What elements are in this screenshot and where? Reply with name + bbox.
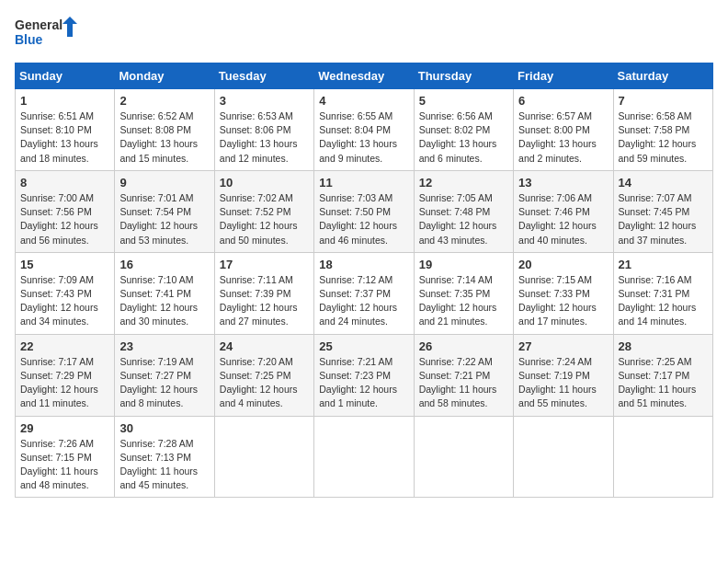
calendar-day-cell: 30Sunrise: 7:28 AMSunset: 7:13 PMDayligh… (115, 416, 214, 498)
day-info: Sunrise: 7:02 AMSunset: 7:52 PMDaylight:… (220, 192, 298, 246)
day-number: 7 (619, 94, 708, 108)
day-number: 21 (619, 258, 708, 271)
day-info: Sunrise: 7:15 AMSunset: 7:33 PMDaylight:… (518, 274, 597, 327)
calendar-day-cell: 16Sunrise: 7:10 AMSunset: 7:41 PMDayligh… (115, 252, 214, 334)
day-info: Sunrise: 7:16 AMSunset: 7:31 PMDaylight:… (619, 274, 697, 327)
calendar-day-cell (613, 416, 712, 498)
day-number: 28 (619, 339, 708, 353)
calendar-day-cell: 20Sunrise: 7:15 AMSunset: 7:33 PMDayligh… (514, 252, 613, 334)
calendar-day-cell: 9Sunrise: 7:01 AMSunset: 7:54 PMDaylight… (115, 170, 214, 252)
calendar-header-day: Monday (115, 63, 214, 89)
day-number: 12 (419, 176, 508, 190)
day-number: 2 (119, 94, 209, 108)
day-number: 23 (119, 339, 209, 353)
calendar-day-cell: 3Sunrise: 6:53 AMSunset: 8:06 PMDaylight… (214, 89, 313, 171)
calendar-day-cell: 29Sunrise: 7:26 AMSunset: 7:15 PMDayligh… (16, 416, 115, 498)
calendar-day-cell: 10Sunrise: 7:02 AMSunset: 7:52 PMDayligh… (214, 170, 313, 252)
calendar-day-cell: 11Sunrise: 7:03 AMSunset: 7:50 PMDayligh… (314, 170, 414, 252)
day-info: Sunrise: 7:09 AMSunset: 7:43 PMDaylight:… (20, 274, 98, 327)
day-number: 25 (319, 339, 408, 353)
day-number: 30 (119, 421, 209, 435)
calendar-day-cell (514, 416, 613, 498)
day-info: Sunrise: 7:01 AMSunset: 7:54 PMDaylight:… (119, 192, 198, 246)
calendar-day-cell: 6Sunrise: 6:57 AMSunset: 8:00 PMDaylight… (514, 89, 613, 171)
day-number: 27 (518, 339, 608, 353)
day-info: Sunrise: 7:25 AMSunset: 7:17 PMDaylight:… (619, 356, 697, 409)
calendar-day-cell: 2Sunrise: 6:52 AMSunset: 8:08 PMDaylight… (115, 89, 214, 171)
day-number: 10 (220, 176, 309, 190)
calendar-header-day: Sunday (16, 63, 115, 89)
day-info: Sunrise: 7:00 AMSunset: 7:56 PMDaylight:… (20, 192, 98, 246)
calendar-day-cell: 26Sunrise: 7:22 AMSunset: 7:21 PMDayligh… (414, 334, 513, 416)
svg-text:Blue: Blue (15, 32, 43, 47)
calendar-header-day: Tuesday (214, 63, 313, 89)
day-number: 1 (20, 94, 109, 108)
calendar-day-cell: 23Sunrise: 7:19 AMSunset: 7:27 PMDayligh… (115, 334, 214, 416)
calendar-day-cell: 5Sunrise: 6:56 AMSunset: 8:02 PMDaylight… (414, 89, 513, 171)
day-number: 13 (518, 176, 608, 190)
calendar-table: SundayMondayTuesdayWednesdayThursdayFrid… (15, 63, 713, 498)
calendar-day-cell: 4Sunrise: 6:55 AMSunset: 8:04 PMDaylight… (314, 89, 414, 171)
day-info: Sunrise: 7:28 AMSunset: 7:13 PMDaylight:… (119, 438, 198, 491)
day-number: 6 (518, 94, 608, 108)
day-info: Sunrise: 6:55 AMSunset: 8:04 PMDaylight:… (319, 110, 397, 164)
day-number: 8 (20, 176, 109, 190)
day-number: 11 (319, 176, 408, 190)
calendar-week-row: 15Sunrise: 7:09 AMSunset: 7:43 PMDayligh… (16, 252, 713, 334)
svg-text:General: General (15, 17, 63, 32)
calendar-day-cell: 17Sunrise: 7:11 AMSunset: 7:39 PMDayligh… (214, 252, 313, 334)
calendar-day-cell: 14Sunrise: 7:07 AMSunset: 7:45 PMDayligh… (613, 170, 712, 252)
calendar-day-cell: 22Sunrise: 7:17 AMSunset: 7:29 PMDayligh… (16, 334, 115, 416)
calendar-day-cell: 7Sunrise: 6:58 AMSunset: 7:58 PMDaylight… (613, 89, 712, 171)
calendar-header-row: SundayMondayTuesdayWednesdayThursdayFrid… (16, 63, 713, 89)
calendar-day-cell: 28Sunrise: 7:25 AMSunset: 7:17 PMDayligh… (613, 334, 712, 416)
calendar-header-day: Friday (514, 63, 613, 89)
day-info: Sunrise: 7:10 AMSunset: 7:41 PMDaylight:… (119, 274, 198, 327)
day-number: 16 (119, 258, 209, 271)
day-info: Sunrise: 6:53 AMSunset: 8:06 PMDaylight:… (220, 110, 298, 164)
day-info: Sunrise: 6:56 AMSunset: 8:02 PMDaylight:… (419, 110, 497, 164)
day-number: 29 (20, 421, 109, 435)
day-info: Sunrise: 6:58 AMSunset: 7:58 PMDaylight:… (619, 110, 697, 164)
calendar-week-row: 22Sunrise: 7:17 AMSunset: 7:29 PMDayligh… (16, 334, 713, 416)
day-info: Sunrise: 7:03 AMSunset: 7:50 PMDaylight:… (319, 192, 397, 246)
calendar-week-row: 29Sunrise: 7:26 AMSunset: 7:15 PMDayligh… (16, 416, 713, 498)
svg-marker-2 (63, 17, 77, 37)
calendar-day-cell: 21Sunrise: 7:16 AMSunset: 7:31 PMDayligh… (613, 252, 712, 334)
day-info: Sunrise: 6:57 AMSunset: 8:00 PMDaylight:… (518, 110, 597, 164)
logo-svg: General Blue (15, 15, 79, 52)
calendar-day-cell: 1Sunrise: 6:51 AMSunset: 8:10 PMDaylight… (16, 89, 115, 171)
day-info: Sunrise: 7:21 AMSunset: 7:23 PMDaylight:… (319, 356, 397, 409)
day-info: Sunrise: 7:05 AMSunset: 7:48 PMDaylight:… (419, 192, 497, 246)
day-info: Sunrise: 7:24 AMSunset: 7:19 PMDaylight:… (518, 356, 597, 409)
logo: General Blue (15, 15, 79, 52)
page-header: General Blue (15, 15, 713, 52)
calendar-week-row: 1Sunrise: 6:51 AMSunset: 8:10 PMDaylight… (16, 89, 713, 171)
calendar-day-cell: 15Sunrise: 7:09 AMSunset: 7:43 PMDayligh… (16, 252, 115, 334)
day-info: Sunrise: 6:52 AMSunset: 8:08 PMDaylight:… (119, 110, 198, 164)
day-number: 14 (619, 176, 708, 190)
calendar-day-cell: 24Sunrise: 7:20 AMSunset: 7:25 PMDayligh… (214, 334, 313, 416)
day-info: Sunrise: 7:14 AMSunset: 7:35 PMDaylight:… (419, 274, 497, 327)
calendar-day-cell: 25Sunrise: 7:21 AMSunset: 7:23 PMDayligh… (314, 334, 414, 416)
calendar-header-day: Wednesday (314, 63, 414, 89)
calendar-header-day: Thursday (414, 63, 513, 89)
calendar-day-cell (414, 416, 513, 498)
day-info: Sunrise: 7:22 AMSunset: 7:21 PMDaylight:… (419, 356, 497, 409)
calendar-header-day: Saturday (613, 63, 712, 89)
day-info: Sunrise: 7:07 AMSunset: 7:45 PMDaylight:… (619, 192, 697, 246)
day-number: 24 (220, 339, 309, 353)
day-info: Sunrise: 7:06 AMSunset: 7:46 PMDaylight:… (518, 192, 597, 246)
day-info: Sunrise: 6:51 AMSunset: 8:10 PMDaylight:… (20, 110, 98, 164)
day-info: Sunrise: 7:19 AMSunset: 7:27 PMDaylight:… (119, 356, 198, 409)
day-info: Sunrise: 7:26 AMSunset: 7:15 PMDaylight:… (20, 438, 98, 491)
day-number: 19 (419, 258, 508, 271)
day-info: Sunrise: 7:11 AMSunset: 7:39 PMDaylight:… (220, 274, 298, 327)
day-number: 26 (419, 339, 508, 353)
day-number: 9 (119, 176, 209, 190)
day-number: 20 (518, 258, 608, 271)
day-number: 15 (20, 258, 109, 271)
day-info: Sunrise: 7:20 AMSunset: 7:25 PMDaylight:… (220, 356, 298, 409)
calendar-day-cell: 8Sunrise: 7:00 AMSunset: 7:56 PMDaylight… (16, 170, 115, 252)
day-number: 18 (319, 258, 408, 271)
